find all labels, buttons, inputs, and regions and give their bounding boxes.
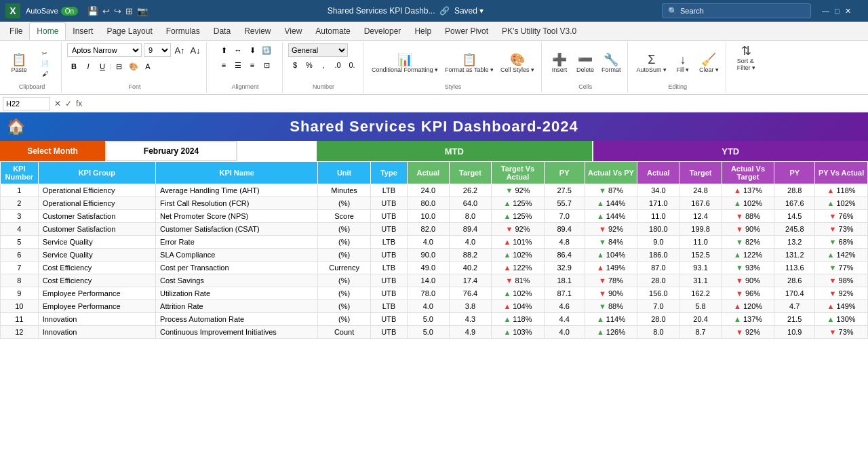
arrow-icon: ▲ [503,302,511,310]
cell-mtd-py: 32.9 [544,262,585,274]
undo-icon[interactable]: ↩ [101,6,111,16]
save-icon[interactable]: 💾 [86,6,100,16]
paste-button[interactable]: 📋 Paste [7,52,31,75]
alignment-group: ⬆ ↔ ⬇ 🔃 ≡ ☰ ≡ ⊡ Alignment [208,42,283,93]
insert-button[interactable]: ➕ Insert [547,52,572,75]
cell-ytd-actual: 180.0 [637,223,679,236]
align-left-button[interactable]: ≡ [217,58,231,72]
tab-insert[interactable]: Insert [66,22,100,40]
underline-button[interactable]: U [96,60,109,73]
arrow-icon: ▲ [827,315,835,323]
tab-developer[interactable]: Developer [357,22,408,40]
tab-automate[interactable]: Automate [309,22,357,40]
cell-unit: (%) [318,274,371,287]
close-button[interactable]: ✕ [845,7,851,16]
font-color-button[interactable]: A [141,60,155,73]
tab-formulas[interactable]: Formulas [159,22,207,40]
cell-ytd-pvsa: ▼ 92% [815,287,868,300]
maximize-button[interactable]: □ [835,7,840,15]
tab-power-pivot[interactable]: Power Pivot [438,22,495,40]
cell-mtd-target: 88.2 [449,249,491,262]
sort-filter-button[interactable]: ⇅ Sort &Filter ▾ [734,43,759,72]
camera-icon[interactable]: 📷 [136,6,149,16]
border-button[interactable]: ⊟ [113,60,126,73]
cell-mtd-avspy: ▼ 84% [585,236,637,249]
tab-data[interactable]: Data [207,22,237,40]
cell-ytd-pvsa: ▲ 130% [815,313,868,326]
cell-kpi-name: Continuous Improvement Initiatives [156,326,318,339]
decrease-decimal-button[interactable]: 0. [345,58,359,72]
format-button[interactable]: 🔧 Format [599,52,624,75]
autosum-button[interactable]: Σ AutoSum ▾ [633,52,669,75]
font-size-select[interactable]: 9 [144,43,171,57]
cell-kpi-num: 4 [1,223,39,236]
align-top-button[interactable]: ⬆ [217,43,231,57]
number-format-select[interactable]: General [288,43,348,57]
formula-input[interactable] [86,100,865,108]
month-display: February 2024 [105,141,237,161]
cell-ytd-py: 113.6 [774,262,815,274]
merge-center-button[interactable]: ⊡ [260,58,273,72]
editing-group: Σ AutoSum ▾ ↓ Fill ▾ 🧹 Clear ▾ Editing [629,42,726,93]
cancel-formula-icon[interactable]: ✕ [53,99,62,108]
cell-mtd-actual: 4.0 [407,300,449,313]
clear-button[interactable]: 🧹 Clear ▾ [696,52,722,75]
cell-mtd-actual: 78.0 [407,287,449,300]
redo-icon[interactable]: ↪ [113,6,123,16]
cell-ytd-pvsa: ▲ 102% [815,197,868,210]
select-month-button[interactable]: Select Month [0,141,105,161]
cell-reference-box[interactable]: H22 [3,97,50,110]
tab-review[interactable]: Review [237,22,277,40]
table-row: 4 Customer Satisfaction Customer Satisfa… [1,223,868,236]
align-bottom-button[interactable]: ⬇ [245,43,259,57]
tab-view[interactable]: View [278,22,309,40]
insert-function-icon[interactable]: fx [75,99,83,108]
align-center-button[interactable]: ☰ [231,58,245,72]
cell-ytd-actual: 7.0 [637,300,679,313]
ribbon-tabs: File Home Insert Page Layout Formulas Da… [0,22,868,41]
tab-pk-utility[interactable]: PK's Utility Tool V3.0 [495,22,583,40]
fill-button[interactable]: ↓ Fill ▾ [671,52,695,75]
cell-mtd-tva: ▲ 125% [492,197,545,210]
cell-type: UTB [370,197,407,210]
tab-help[interactable]: Help [408,22,438,40]
search-box[interactable]: 🔍 Search [662,3,811,18]
cell-kpi-num: 1 [1,184,39,197]
percent-button[interactable]: % [302,58,316,72]
cell-ytd-py: 10.9 [774,326,815,339]
italic-button[interactable]: I [81,60,95,73]
font-shrink-button[interactable]: A↓ [189,43,202,57]
home-icon[interactable]: 🏠 [7,118,26,136]
font-grow-button[interactable]: A↑ [173,43,186,57]
autosave-toggle[interactable]: On [61,7,78,16]
delete-button[interactable]: ➖ Delete [573,52,597,75]
format-painter-button[interactable]: 🖌 [33,69,57,79]
align-middle-button[interactable]: ↔ [231,43,245,57]
autosave-control[interactable]: AutoSave On [26,7,78,16]
confirm-formula-icon[interactable]: ✓ [64,99,73,108]
align-right-button[interactable]: ≡ [245,58,259,72]
conditional-formatting-button[interactable]: 📊 Conditional Formatting ▾ [369,52,441,75]
arrow-icon: ▼ [736,238,743,246]
cell-styles-button[interactable]: 🎨 Cell Styles ▾ [498,52,537,75]
fill-color-button[interactable]: 🎨 [127,60,140,73]
grid-icon[interactable]: ⊞ [124,6,134,16]
cells-label: Cells [578,83,592,91]
currency-button[interactable]: $ [288,58,302,72]
tab-page-layout[interactable]: Page Layout [100,22,159,40]
increase-decimal-button[interactable]: .0 [331,58,344,72]
cell-ytd-target: 31.1 [679,274,722,287]
cell-ytd-actual: 28.0 [637,313,679,326]
wrap-text-button[interactable]: 🔃 [260,43,273,57]
format-as-table-button[interactable]: 📋 Format as Table ▾ [442,52,496,75]
cell-ytd-avst: ▼ 96% [722,287,774,300]
comma-button[interactable]: , [317,58,330,72]
bold-button[interactable]: B [67,60,81,73]
cut-button[interactable]: ✂ [33,49,57,58]
font-name-select[interactable]: Aptos Narrow [67,43,142,57]
copy-button[interactable]: 📄 [33,59,57,68]
cell-ytd-actual: 11.0 [637,210,679,223]
tab-home[interactable]: Home [29,22,66,40]
tab-file[interactable]: File [3,22,29,40]
minimize-button[interactable]: — [822,7,829,15]
